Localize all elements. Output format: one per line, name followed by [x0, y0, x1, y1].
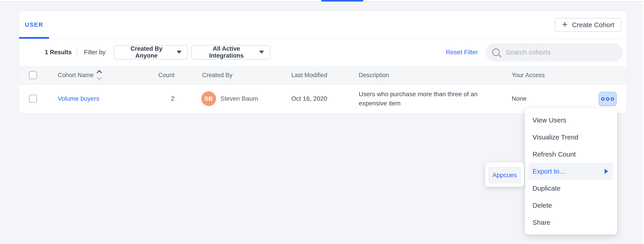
menu-item-refresh-count[interactable]: Refresh Count [525, 146, 617, 163]
menu-item-delete[interactable]: Delete [525, 197, 617, 214]
menu-item-label: Visualize Trend [532, 133, 578, 141]
avatar: SB [201, 91, 216, 106]
chevron-down-icon [177, 51, 182, 54]
row-checkbox[interactable] [29, 95, 37, 103]
select-all-checkbox[interactable] [29, 71, 37, 79]
integrations-dropdown[interactable]: All Active Integrations [192, 45, 270, 59]
more-options-button[interactable] [598, 92, 617, 106]
created-by-name: Steven Baum [220, 95, 258, 102]
scroll-gutter[interactable] [642, 2, 644, 244]
submenu-item-appcues[interactable]: Appcues [488, 167, 521, 183]
create-cohort-button[interactable]: + Create Cohort [555, 18, 622, 32]
menu-item-visualize-trend[interactable]: Visualize Trend [525, 129, 617, 146]
menu-item-share[interactable]: Share [525, 214, 617, 231]
menu-item-export-to[interactable]: Export to... [529, 163, 613, 180]
search-input[interactable] [505, 48, 616, 56]
created-by-dropdown-label: Created By Anyone [120, 45, 173, 59]
cohorts-card: USER + Create Cohort 1 Results Filter by… [19, 11, 627, 113]
description-line-2: expensive item [359, 99, 493, 108]
column-header-cohort-name[interactable]: Cohort Name [58, 71, 101, 79]
created-by-dropdown[interactable]: Created By Anyone [114, 45, 188, 59]
menu-item-label: Export to... [532, 167, 565, 175]
divider [77, 47, 77, 57]
chevron-down-icon [259, 51, 264, 54]
menu-item-label: Duplicate [532, 185, 560, 192]
column-header-count: Count [126, 72, 174, 79]
context-menu: View Users Visualize Trend Refresh Count… [525, 108, 617, 234]
table-header-row: Cohort Name Count Created By Last Modifi… [19, 66, 626, 85]
more-options-icon [601, 97, 604, 101]
reset-filter-link[interactable]: Reset Filter [446, 49, 478, 56]
menu-item-label: View Users [532, 116, 566, 124]
cohort-name-link[interactable]: Volume buyers [58, 95, 99, 102]
results-count: 1 Results [45, 49, 72, 56]
description-line-1: Users who purchase more than three of an [359, 90, 493, 99]
tab-user-label: USER [25, 21, 43, 28]
tab-user[interactable]: USER [19, 11, 49, 38]
your-access-value: None [512, 95, 527, 102]
tab-bar: USER + Create Cohort [19, 11, 626, 39]
menu-item-label: Share [532, 219, 550, 226]
filter-bar: 1 Results Filter by Created By Anyone Al… [19, 38, 626, 66]
sort-icon [98, 71, 101, 79]
cohort-description: Users who purchase more than three of an… [359, 90, 493, 108]
create-cohort-label: Create Cohort [572, 21, 614, 29]
cohort-count: 2 [126, 95, 174, 102]
submenu-arrow-icon [604, 169, 608, 174]
menu-item-label: Delete [532, 202, 552, 209]
cohorts-screen: USER + Create Cohort 1 Results Filter by… [0, 0, 644, 244]
menu-item-label: Refresh Count [532, 150, 576, 158]
column-header-last-modified: Last Modified [291, 72, 327, 79]
last-modified-date: Oct 16, 2020 [291, 95, 327, 102]
top-nav-strip [0, 0, 644, 2]
column-header-created-by: Created By [202, 72, 232, 79]
cohort-name-header-label: Cohort Name [58, 72, 94, 79]
search-icon [492, 49, 500, 56]
column-header-your-access: Your Access [512, 72, 545, 79]
search-box [486, 43, 623, 62]
integrations-dropdown-label: All Active Integrations [198, 45, 255, 59]
filter-by-label: Filter by [84, 49, 106, 56]
menu-item-view-users[interactable]: View Users [525, 112, 617, 129]
menu-item-duplicate[interactable]: Duplicate [525, 180, 617, 197]
export-submenu: Appcues [485, 163, 524, 187]
column-header-description: Description [359, 72, 389, 79]
active-nav-tab-underline [321, 0, 363, 2]
